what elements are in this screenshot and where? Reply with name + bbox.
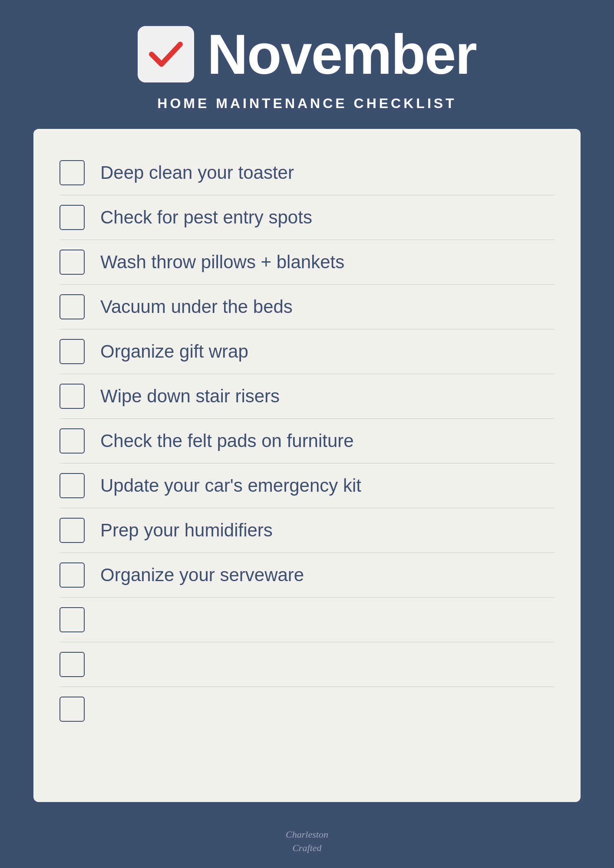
checklist-card: Deep clean your toasterCheck for pest en… <box>33 129 581 802</box>
checklist-item <box>59 598 555 642</box>
checklist-item: Update your car's emergency kit <box>59 464 555 508</box>
page-header: November HOME MAINTENANCE CHECKLIST <box>0 0 614 129</box>
checklist-item: Organize gift wrap <box>59 329 555 374</box>
checklist-item: Organize your serveware <box>59 553 555 598</box>
item-label-2: Check for pest entry spots <box>100 207 312 228</box>
title-row: November <box>138 26 476 82</box>
checklist-item: Prep your humidifiers <box>59 508 555 553</box>
checklist-item: Check the felt pads on furniture <box>59 419 555 464</box>
checklist-item: Deep clean your toaster <box>59 151 555 195</box>
checklist-item: Wash throw pillows + blankets <box>59 240 555 285</box>
item-label-1: Deep clean your toaster <box>100 162 294 183</box>
item-label-10: Organize your serveware <box>100 565 304 585</box>
page-footer: Charleston Crafted <box>286 828 328 868</box>
brand-label: Charleston Crafted <box>286 828 328 855</box>
item-checkbox-10[interactable] <box>59 562 85 588</box>
item-checkbox-13[interactable] <box>59 697 85 722</box>
checklist-item <box>59 642 555 687</box>
item-label-5: Organize gift wrap <box>100 341 248 362</box>
checklist-item: Vacuum under the beds <box>59 285 555 329</box>
item-checkbox-2[interactable] <box>59 205 85 230</box>
item-label-7: Check the felt pads on furniture <box>100 431 354 451</box>
item-checkbox-1[interactable] <box>59 160 85 185</box>
item-checkbox-6[interactable] <box>59 384 85 409</box>
item-label-6: Wipe down stair risers <box>100 386 280 407</box>
item-checkbox-5[interactable] <box>59 339 85 364</box>
month-title: November <box>207 26 476 82</box>
checklist-item <box>59 687 555 731</box>
item-label-4: Vacuum under the beds <box>100 296 293 317</box>
checklist-item: Check for pest entry spots <box>59 195 555 240</box>
checklist-item: Wipe down stair risers <box>59 374 555 419</box>
page-subtitle: HOME MAINTENANCE CHECKLIST <box>157 95 456 112</box>
item-checkbox-11[interactable] <box>59 607 85 632</box>
item-checkbox-7[interactable] <box>59 428 85 454</box>
item-checkbox-4[interactable] <box>59 294 85 319</box>
item-label-3: Wash throw pillows + blankets <box>100 252 344 273</box>
item-label-9: Prep your humidifiers <box>100 520 273 541</box>
item-label-8: Update your car's emergency kit <box>100 475 361 496</box>
item-checkbox-3[interactable] <box>59 250 85 275</box>
checklist-items: Deep clean your toasterCheck for pest en… <box>59 151 555 731</box>
item-checkbox-12[interactable] <box>59 652 85 677</box>
checkmark-icon <box>138 26 194 82</box>
item-checkbox-9[interactable] <box>59 518 85 543</box>
item-checkbox-8[interactable] <box>59 473 85 498</box>
